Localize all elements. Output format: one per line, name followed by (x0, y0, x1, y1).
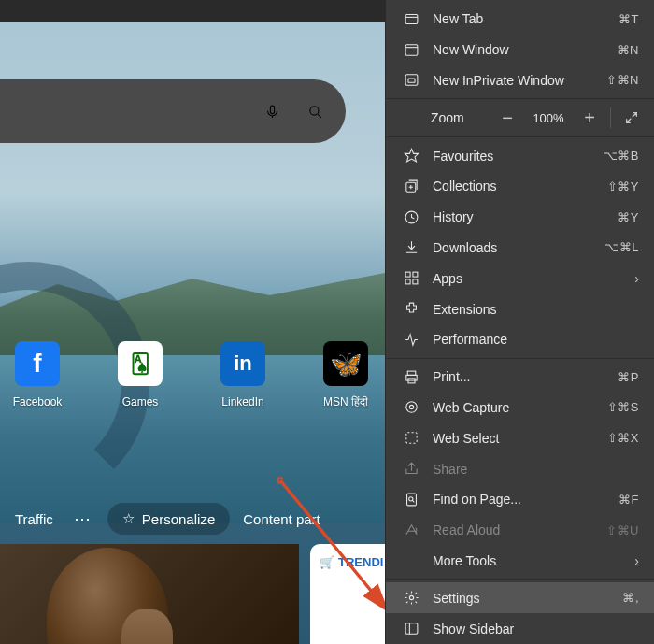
traffic-button[interactable]: Traffic (11, 504, 57, 535)
menu-shortcut: ⌘N (618, 43, 639, 57)
quick-links-tiles: f Facebook 🂡 Games in LinkedIn 🦋 MSN हिं… (14, 341, 369, 408)
menu-extensions[interactable]: Extensions (386, 293, 654, 324)
menu-performance[interactable]: Performance (386, 324, 654, 355)
menu-label: Collections (433, 179, 594, 193)
trending-card[interactable]: 🛒 TRENDI (310, 544, 385, 644)
svg-rect-18 (405, 279, 410, 284)
collections-icon (403, 178, 419, 194)
menu-label: Settings (433, 591, 609, 606)
tile-label: Games (122, 395, 159, 408)
menu-label: New Window (433, 42, 604, 57)
menu-apps[interactable]: Apps › (386, 263, 654, 293)
menu-find-on-page[interactable]: Find on Page... ⌘F (386, 484, 654, 515)
tile-label: Facebook (13, 395, 63, 408)
zoom-in-button[interactable]: + (575, 105, 604, 131)
tile-facebook[interactable]: f Facebook (14, 341, 61, 408)
annotation-letter: c (277, 472, 284, 487)
menu-label: Web Capture (433, 400, 594, 415)
menu-more-tools[interactable]: More Tools › (386, 546, 654, 577)
menu-new-tab[interactable]: New Tab ⌘T (386, 4, 654, 35)
menu-shortcut: ⌘P (618, 370, 639, 384)
search-bar[interactable] (0, 79, 346, 143)
menu-separator (386, 136, 654, 137)
browser-menu: New Tab ⌘T New Window ⌘N New InPrivate W… (385, 0, 654, 644)
menu-label: Extensions (433, 302, 639, 317)
tile-label: LinkedIn (221, 395, 263, 408)
menu-web-capture[interactable]: Web Capture ⇧⌘S (386, 393, 654, 423)
svg-rect-10 (407, 79, 414, 83)
personalize-label: Personalize (142, 511, 215, 527)
menu-label: Share (433, 462, 639, 477)
voice-search-icon[interactable] (263, 103, 280, 120)
menu-collections[interactable]: Collections ⇧⌘Y (386, 171, 654, 202)
menu-shortcut: ⇧⌘Y (607, 179, 639, 193)
svg-line-28 (412, 500, 414, 502)
svg-rect-20 (407, 371, 416, 375)
tile-games[interactable]: 🂡 Games (117, 341, 164, 408)
menu-separator (386, 579, 654, 580)
menu-history[interactable]: History ⌘Y (386, 202, 654, 233)
menu-share: Share (386, 453, 654, 484)
tile-msn-hindi[interactable]: 🦋 MSN हिंदी (322, 341, 369, 408)
svg-rect-5 (405, 14, 418, 23)
svg-line-2 (318, 114, 321, 118)
news-photo[interactable] (0, 544, 299, 644)
zoom-value: 100% (526, 111, 571, 125)
tile-linkedin[interactable]: in LinkedIn (220, 341, 266, 408)
tile-label: MSN हिंदी (323, 395, 368, 408)
menu-label: Find on Page... (433, 492, 605, 507)
menu-new-window[interactable]: New Window ⌘N (386, 35, 654, 65)
svg-rect-17 (412, 272, 417, 277)
chevron-right-icon: › (634, 271, 639, 286)
svg-point-24 (409, 406, 413, 409)
menu-label: New Tab (433, 11, 605, 26)
menu-web-select[interactable]: Web Select ⇧⌘X (386, 422, 654, 453)
more-dots-icon[interactable]: ⋯ (66, 501, 98, 537)
menu-read-aloud: Read Aloud ⇧⌘U (386, 515, 654, 546)
menu-favourites[interactable]: Favourites ⌥⌘B (386, 140, 654, 171)
menu-label: History (433, 209, 604, 224)
menu-shortcut: ⇧⌘X (607, 431, 639, 445)
menu-settings[interactable]: Settings ⌘, (386, 582, 654, 613)
svg-rect-0 (270, 106, 274, 114)
fullscreen-button[interactable] (617, 105, 647, 131)
star-icon (403, 148, 419, 165)
svg-rect-9 (405, 75, 418, 85)
menu-label: Favourites (433, 149, 590, 164)
star-icon: ☆ (122, 510, 135, 527)
zoom-label: Zoom (431, 110, 489, 125)
svg-point-29 (409, 596, 413, 600)
menu-label: Show Sidebar (433, 622, 639, 637)
content-partners-button[interactable]: Content part (239, 504, 324, 535)
menu-shortcut: ⌥⌘L (604, 240, 639, 254)
history-icon (403, 208, 419, 225)
menu-shortcut: ⌘Y (618, 210, 639, 224)
apps-icon (403, 270, 419, 287)
menu-label: Web Select (433, 431, 594, 446)
svg-rect-7 (405, 45, 418, 55)
menu-new-inprivate[interactable]: New InPrivate Window ⇧⌘N (386, 65, 654, 96)
menu-downloads[interactable]: Downloads ⌥⌘L (386, 233, 654, 264)
menu-shortcut: ⌘T (618, 12, 639, 26)
menu-label: New InPrivate Window (433, 73, 593, 88)
menu-label: Read Aloud (433, 522, 593, 537)
menu-shortcut: ⌥⌘B (604, 149, 639, 163)
performance-icon (403, 331, 419, 348)
blank-icon (403, 552, 419, 569)
new-window-icon (403, 41, 419, 58)
search-icon[interactable] (306, 103, 323, 120)
menu-separator (386, 98, 654, 99)
svg-point-23 (405, 402, 416, 412)
menu-shortcut: ⌘, (622, 591, 639, 605)
menu-label: Performance (433, 332, 639, 347)
menu-separator (386, 358, 654, 359)
svg-rect-19 (412, 279, 417, 284)
menu-label: Print... (433, 369, 604, 384)
zoom-out-button[interactable]: − (492, 105, 522, 131)
personalize-button[interactable]: ☆ Personalize (107, 503, 230, 535)
menu-print[interactable]: Print... ⌘P (386, 362, 654, 393)
web-capture-icon (403, 399, 419, 416)
menu-show-sidebar[interactable]: Show Sidebar (386, 613, 654, 644)
menu-label: Downloads (433, 240, 591, 255)
trending-label: TRENDI (338, 555, 383, 569)
